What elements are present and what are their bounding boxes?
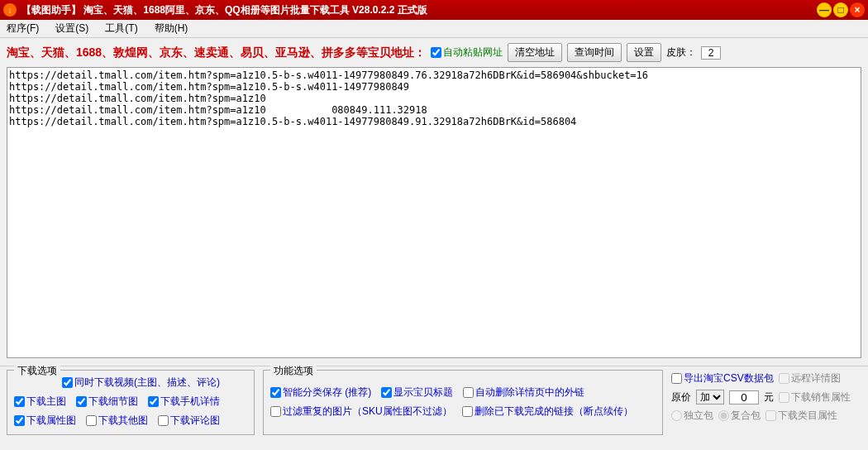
query-time-button[interactable]: 查询时间 [567, 43, 622, 62]
price-value-input[interactable] [729, 390, 759, 405]
download-detail-img-checkbox[interactable]: 下载细节图 [76, 395, 138, 409]
minimize-button[interactable]: — [817, 2, 832, 17]
download-main-img-checkbox[interactable]: 下载主图 [14, 395, 66, 409]
menu-settings[interactable]: 设置(S) [55, 22, 88, 36]
right-options-group: 导出淘宝CSV数据包 远程详情图 原价 加 元 下载销售属性 独立包 [671, 370, 861, 435]
settings-button[interactable]: 设置 [627, 43, 661, 62]
header-row: 淘宝、天猫、1688、敦煌网、京东、速卖通、易贝、亚马逊、拼多多等宝贝地址： 自… [0, 38, 868, 67]
auto-paste-checkbox[interactable]: 自动粘贴网址 [431, 45, 503, 60]
auto-paste-label: 自动粘贴网址 [443, 45, 503, 60]
smart-save-checkbox[interactable]: 智能分类保存 (推荐) [270, 385, 371, 400]
app-icon: ↓ [3, 3, 17, 17]
composite-radio[interactable]: 复合包 [718, 409, 761, 423]
url-input-label: 淘宝、天猫、1688、敦煌网、京东、速卖通、易贝、亚马逊、拼多多等宝贝地址： [7, 45, 426, 60]
menu-bar: 程序(F) 设置(S) 工具(T) 帮助(H) [0, 20, 868, 38]
url-textarea[interactable] [7, 67, 861, 358]
menu-program[interactable]: 程序(F) [7, 22, 39, 36]
download-attr-img-checkbox[interactable]: 下载属性图 [14, 414, 76, 428]
title-bar: ↓ 【载图助手】 淘宝、天猫、1688阿里、京东、QQ相册等图片批量下载工具 V… [0, 0, 868, 20]
standalone-radio[interactable]: 独立包 [671, 409, 713, 423]
menu-help[interactable]: 帮助(H) [155, 22, 188, 36]
download-mobile-detail-checkbox[interactable]: 下载手机详情 [148, 395, 220, 409]
remote-detail-checkbox[interactable]: 远程详情图 [779, 371, 841, 385]
maximize-button[interactable]: □ [833, 2, 848, 17]
window-controls: — □ × [817, 2, 865, 17]
price-op-select[interactable]: 加 [696, 390, 724, 405]
auto-delete-ext-checkbox[interactable]: 自动删除详情页中的外链 [463, 385, 584, 400]
bottom-panel: 下载选项 同时下载视频(主图、描述、评论) 下载主图 下载细节图 下载手机详情 [0, 366, 868, 438]
download-options-group: 下载选项 同时下载视频(主图、描述、评论) 下载主图 下载细节图 下载手机详情 [7, 370, 255, 435]
filter-dup-checkbox[interactable]: 过滤重复的图片（SKU属性图不过滤） [270, 405, 452, 419]
price-unit: 元 [764, 390, 774, 405]
clear-url-button[interactable]: 清空地址 [508, 43, 562, 62]
skin-label: 皮肤： [666, 45, 696, 60]
skin-input[interactable] [701, 46, 721, 60]
price-label: 原价 [671, 390, 691, 405]
export-csv-checkbox[interactable]: 导出淘宝CSV数据包 [671, 371, 774, 385]
download-sale-checkbox[interactable]: 下载销售属性 [779, 390, 851, 405]
show-title-checkbox[interactable]: 显示宝贝标题 [381, 385, 453, 400]
download-comment-img-checkbox[interactable]: 下载评论图 [158, 414, 220, 428]
download-options-legend: 下载选项 [14, 364, 60, 378]
auto-paste-input[interactable] [431, 47, 441, 58]
delete-done-checkbox[interactable]: 删除已下载完成的链接（断点续传） [462, 405, 633, 419]
function-options-legend: 功能选项 [270, 364, 317, 378]
download-other-img-checkbox[interactable]: 下载其他图 [86, 414, 148, 428]
download-video-checkbox[interactable]: 同时下载视频(主图、描述、评论) [62, 376, 220, 390]
window-title: 【载图助手】 淘宝、天猫、1688阿里、京东、QQ相册等图片批量下载工具 V28… [21, 3, 817, 17]
function-options-group: 功能选项 智能分类保存 (推荐) 显示宝贝标题 自动删除详情页中的外链 过滤重复… [263, 370, 663, 435]
menu-tools[interactable]: 工具(T) [105, 22, 137, 36]
close-button[interactable]: × [850, 2, 865, 17]
download-cat-checkbox[interactable]: 下载类目属性 [765, 409, 837, 423]
